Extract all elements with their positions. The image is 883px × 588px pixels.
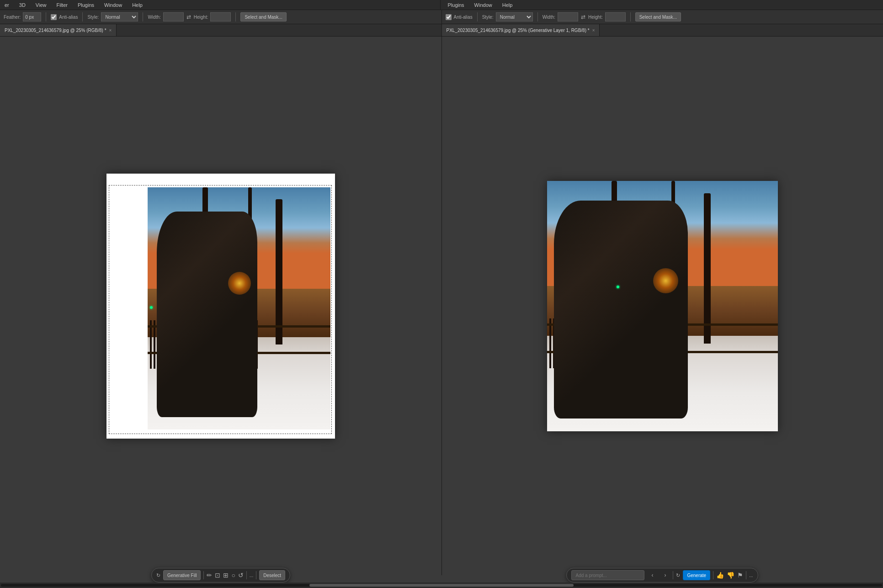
menu-view[interactable]: View (34, 1, 48, 9)
ctx-divider-3 (256, 571, 256, 579)
style-select-right[interactable]: Normal Fixed Ratio Fixed Size (496, 12, 533, 21)
width-input[interactable] (163, 12, 184, 21)
menu-bar-right: Plugins Window Help (440, 0, 883, 10)
anti-alias-label-right: Anti-alias (454, 15, 473, 20)
circle-icon[interactable]: ○ (231, 572, 235, 579)
crop-icon[interactable]: ⊡ (215, 572, 220, 579)
menu-filter[interactable]: Filter (55, 1, 69, 9)
anti-alias-checkbox[interactable] (51, 14, 57, 20)
tab-right-1[interactable]: PXL_20230305_214636579.jpg @ 25% (Genera… (442, 24, 600, 36)
doc-canvas-left (106, 174, 335, 439)
style-label-right: Style: (482, 15, 494, 20)
scrollbar-thumb[interactable] (309, 584, 574, 587)
tab-left-1[interactable]: PXL_20230305_214636579.jpg @ 25% (RGB/8)… (0, 24, 117, 36)
deselect-btn[interactable]: Deselect (259, 570, 285, 580)
menu-window-left[interactable]: Window (102, 1, 124, 9)
width-label: Width: (148, 15, 160, 20)
person-body-left (157, 212, 257, 418)
person-body-right (554, 201, 688, 418)
menu-help-right[interactable]: Help (500, 1, 515, 9)
style-section-right: Style: Normal Fixed Ratio Fixed Size (482, 12, 533, 21)
width-input-right[interactable] (558, 12, 578, 21)
height-section: Height: (194, 12, 231, 21)
swap-icon-right[interactable]: ⇄ (581, 14, 585, 20)
toolbar-left: Feather: Anti-alias Style: Normal Fixed … (0, 10, 442, 24)
eye-dot-right (617, 286, 619, 288)
transform-icon[interactable]: ⊞ (223, 572, 229, 579)
ctx-divider-2 (246, 571, 247, 579)
menu-bar-left: er 3D View Filter Plugins Window Help (0, 0, 440, 10)
tab-left-1-close[interactable]: × (109, 28, 112, 33)
thumbs-down-icon[interactable]: 👎 (727, 572, 734, 579)
menu-help-left[interactable]: Help (130, 1, 144, 9)
height-section-right: Height: (588, 12, 626, 21)
menu-er[interactable]: er (3, 1, 11, 9)
style-select[interactable]: Normal Fixed Ratio Fixed Size (101, 12, 138, 21)
feather-section: Feather: (4, 12, 41, 21)
divider-4 (235, 12, 236, 21)
scrollbar-track (1, 584, 882, 587)
ctx-divider-1 (203, 571, 204, 579)
canvas-panel-right (442, 37, 883, 575)
divider-r2 (537, 12, 538, 21)
feather-label: Feather: (4, 15, 21, 20)
height-label-right: Height: (588, 15, 603, 20)
ctx-divider-r2 (713, 571, 713, 579)
contextual-bar-left: ↻ Generative Fill ✏ ⊡ ⊞ ○ ↺ ... Deselect (151, 568, 290, 583)
feather-input[interactable] (23, 12, 41, 21)
thumbs-up-icon[interactable]: 👍 (716, 572, 724, 579)
tab-right-1-close[interactable]: × (592, 28, 595, 33)
ctx-divider-r3 (746, 571, 746, 579)
menu-3d[interactable]: 3D (17, 1, 27, 9)
anti-alias-section: Anti-alias (51, 14, 78, 20)
pencil-icon[interactable]: ✏ (207, 572, 212, 579)
more-options-right[interactable]: ... (749, 573, 753, 578)
flag-icon[interactable]: ⚑ (737, 572, 743, 579)
generate-btn[interactable]: Generate (683, 570, 710, 580)
swap-icon-section: ⇄ (186, 14, 191, 20)
select-mask-btn-left[interactable]: Select and Mask... (240, 12, 286, 21)
style-section: Style: Normal Fixed Ratio Fixed Size (87, 12, 138, 21)
gen-fill-btn[interactable]: Generative Fill (163, 570, 201, 580)
orange-glow-r (653, 268, 678, 293)
tabs-row: PXL_20230305_214636579.jpg @ 25% (RGB/8)… (0, 24, 883, 37)
swap-icon[interactable]: ⇄ (186, 14, 191, 20)
eye-dot-left (150, 306, 153, 309)
menu-bars-row: er 3D View Filter Plugins Window Help Pl… (0, 0, 883, 10)
menu-window-right[interactable]: Window (473, 1, 494, 9)
select-mask-btn-right[interactable]: Select and Mask... (635, 12, 681, 21)
prev-btn[interactable]: ‹ (647, 570, 657, 580)
divider-r1 (477, 12, 478, 21)
swap-icon-section-right: ⇄ (581, 14, 585, 20)
menu-plugins-left[interactable]: Plugins (76, 1, 96, 9)
style-label: Style: (87, 15, 99, 20)
prompt-input[interactable] (571, 570, 644, 580)
tab-left-1-label: PXL_20230305_214636579.jpg @ 25% (RGB/8)… (5, 28, 106, 33)
anti-alias-checkbox-right[interactable] (446, 14, 452, 20)
divider-3 (143, 12, 143, 21)
height-label: Height: (194, 15, 208, 20)
doc-canvas-right (547, 181, 778, 431)
next-btn[interactable]: › (660, 570, 670, 580)
width-section-right: Width: (543, 12, 578, 21)
menu-plugins-right[interactable]: Plugins (446, 1, 466, 9)
bottom-left-area: ↻ Generative Fill ✏ ⊡ ⊞ ○ ↺ ... Deselect (0, 568, 442, 583)
scrollbar-bottom[interactable] (0, 583, 883, 588)
anti-alias-label: Anti-alias (59, 15, 78, 20)
tab-right-1-label: PXL_20230305_214636579.jpg @ 25% (Genera… (447, 28, 590, 33)
canvas-area (0, 37, 883, 575)
tabs-right: PXL_20230305_214636579.jpg @ 25% (Genera… (442, 24, 883, 36)
contextual-bar-right: ‹ › ↻ Generate 👍 👎 ⚑ ... (566, 568, 758, 583)
anti-alias-section-right: Anti-alias (446, 14, 473, 20)
bottom-right-area: ‹ › ↻ Generate 👍 👎 ⚑ ... (442, 568, 883, 583)
rotate-icon[interactable]: ↺ (238, 572, 244, 579)
height-input-right[interactable] (605, 12, 626, 21)
bottom-toolbars: ↻ Generative Fill ✏ ⊡ ⊞ ○ ↺ ... Deselect… (0, 568, 883, 583)
divider-2 (82, 12, 83, 21)
height-input[interactable] (210, 12, 231, 21)
tabs-left: PXL_20230305_214636579.jpg @ 25% (RGB/8)… (0, 24, 442, 36)
toolbars-row: Feather: Anti-alias Style: Normal Fixed … (0, 10, 883, 24)
more-options-left[interactable]: ... (250, 573, 253, 578)
width-section: Width: (148, 12, 183, 21)
photo-left (148, 187, 330, 429)
